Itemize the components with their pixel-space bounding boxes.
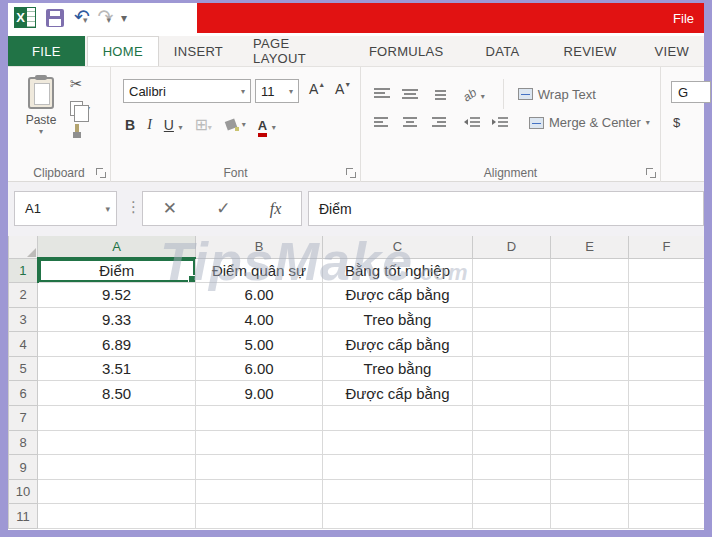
cell-F11[interactable]	[629, 504, 705, 529]
cell-D7[interactable]	[473, 406, 551, 431]
cell-A10[interactable]	[38, 479, 196, 504]
borders-button[interactable]: ⊞▾	[194, 115, 211, 134]
cell-B2[interactable]: 6.00	[196, 283, 323, 308]
align-center-icon[interactable]	[401, 116, 419, 130]
cell-C2[interactable]: Được cấp bằng	[323, 283, 473, 308]
cell-E11[interactable]	[551, 504, 629, 529]
cell-D6[interactable]	[473, 381, 551, 406]
cell-A7[interactable]	[38, 406, 196, 431]
cell-C10[interactable]	[323, 479, 473, 504]
font-dialog-launcher-icon[interactable]	[346, 168, 356, 178]
tab-file[interactable]: FILE	[8, 36, 85, 66]
paste-button[interactable]: Paste ▾	[18, 75, 64, 163]
save-icon[interactable]	[46, 9, 64, 27]
align-right-icon[interactable]	[429, 116, 447, 130]
cell-A8[interactable]	[38, 430, 196, 455]
number-format-combo[interactable]: G	[671, 81, 711, 103]
cell-C7[interactable]	[323, 406, 473, 431]
font-color-button[interactable]: A ▾	[258, 116, 276, 134]
tab-view[interactable]: VIEW	[640, 36, 704, 66]
row-header-7[interactable]: 7	[9, 406, 38, 431]
row-header-2[interactable]: 2	[9, 283, 38, 308]
cell-D11[interactable]	[473, 504, 551, 529]
row-header-10[interactable]: 10	[9, 479, 38, 504]
cell-F5[interactable]	[629, 356, 705, 381]
cell-B9[interactable]	[196, 455, 323, 480]
decrease-indent-icon[interactable]	[463, 116, 481, 130]
align-middle-icon[interactable]	[401, 87, 419, 101]
align-bottom-icon[interactable]	[429, 87, 447, 101]
tab-formulas[interactable]: FORMULAS	[354, 36, 459, 66]
shrink-font-button[interactable]: A▼	[335, 81, 351, 97]
fill-color-button[interactable]: ▾	[224, 118, 246, 131]
cell-F1[interactable]	[629, 258, 705, 283]
cell-A9[interactable]	[38, 455, 196, 480]
column-header-C[interactable]: C	[323, 236, 473, 258]
cell-B11[interactable]	[196, 504, 323, 529]
undo-button[interactable]: ↶▾	[74, 8, 87, 27]
align-top-icon[interactable]	[373, 87, 391, 101]
cell-D9[interactable]	[473, 455, 551, 480]
cell-B5[interactable]: 6.00	[196, 356, 323, 381]
enter-button-icon[interactable]: ✓	[216, 198, 230, 219]
cell-E3[interactable]	[551, 307, 629, 332]
clipboard-dialog-launcher-icon[interactable]	[96, 168, 106, 178]
grow-font-button[interactable]: A▲	[309, 81, 325, 97]
cell-E8[interactable]	[551, 430, 629, 455]
row-header-9[interactable]: 9	[9, 455, 38, 480]
align-left-icon[interactable]	[373, 116, 391, 130]
cell-D3[interactable]	[473, 307, 551, 332]
bold-button[interactable]: B	[125, 117, 135, 133]
tab-insert[interactable]: INSERT	[159, 36, 238, 66]
cell-E10[interactable]	[551, 479, 629, 504]
column-header-F[interactable]: F	[629, 236, 705, 258]
currency-button[interactable]: $	[673, 115, 680, 130]
cell-E2[interactable]	[551, 283, 629, 308]
cell-B7[interactable]	[196, 406, 323, 431]
insert-function-icon[interactable]: fx	[270, 200, 282, 218]
alignment-dialog-launcher-icon[interactable]	[646, 168, 656, 178]
font-family-combo[interactable]: Calibri ▾	[123, 79, 251, 103]
cell-F7[interactable]	[629, 406, 705, 431]
cell-E5[interactable]	[551, 356, 629, 381]
cell-F4[interactable]	[629, 332, 705, 357]
cell-D1[interactable]	[473, 258, 551, 283]
cell-A11[interactable]	[38, 504, 196, 529]
cell-B1[interactable]: Điểm quân sự	[196, 258, 323, 283]
column-header-E[interactable]: E	[551, 236, 629, 258]
row-header-11[interactable]: 11	[9, 504, 38, 529]
cancel-button-icon[interactable]: ✕	[163, 198, 177, 219]
row-header-4[interactable]: 4	[9, 332, 38, 357]
orientation-button[interactable]: ab ▾	[463, 85, 485, 103]
merge-center-button[interactable]: Merge & Center ▾	[529, 115, 650, 130]
cell-F6[interactable]	[629, 381, 705, 406]
copy-button[interactable]: ▾	[70, 101, 90, 116]
cell-A4[interactable]: 6.89	[38, 332, 196, 357]
cell-E7[interactable]	[551, 406, 629, 431]
column-header-D[interactable]: D	[473, 236, 551, 258]
cell-E4[interactable]	[551, 332, 629, 357]
cell-C6[interactable]: Được cấp bằng	[323, 381, 473, 406]
cell-C3[interactable]: Treo bằng	[323, 307, 473, 332]
row-header-6[interactable]: 6	[9, 381, 38, 406]
underline-button[interactable]: U ▾	[164, 116, 183, 134]
cell-A5[interactable]: 3.51	[38, 356, 196, 381]
redo-button[interactable]: ↷▾	[97, 8, 110, 27]
cell-D2[interactable]	[473, 283, 551, 308]
formula-bar-grip-icon[interactable]: ⋮	[126, 198, 141, 216]
cell-B6[interactable]: 9.00	[196, 381, 323, 406]
increase-indent-icon[interactable]	[491, 116, 509, 130]
cell-D10[interactable]	[473, 479, 551, 504]
font-size-combo[interactable]: 11 ▾	[255, 79, 299, 103]
cell-D4[interactable]	[473, 332, 551, 357]
cell-A3[interactable]: 9.33	[38, 307, 196, 332]
cut-icon[interactable]: ✂	[70, 75, 90, 93]
cell-D5[interactable]	[473, 356, 551, 381]
row-header-8[interactable]: 8	[9, 430, 38, 455]
cell-F3[interactable]	[629, 307, 705, 332]
cell-F8[interactable]	[629, 430, 705, 455]
cell-E6[interactable]	[551, 381, 629, 406]
tab-home[interactable]: HOME	[87, 36, 159, 66]
cell-E9[interactable]	[551, 455, 629, 480]
cell-A2[interactable]: 9.52	[38, 283, 196, 308]
